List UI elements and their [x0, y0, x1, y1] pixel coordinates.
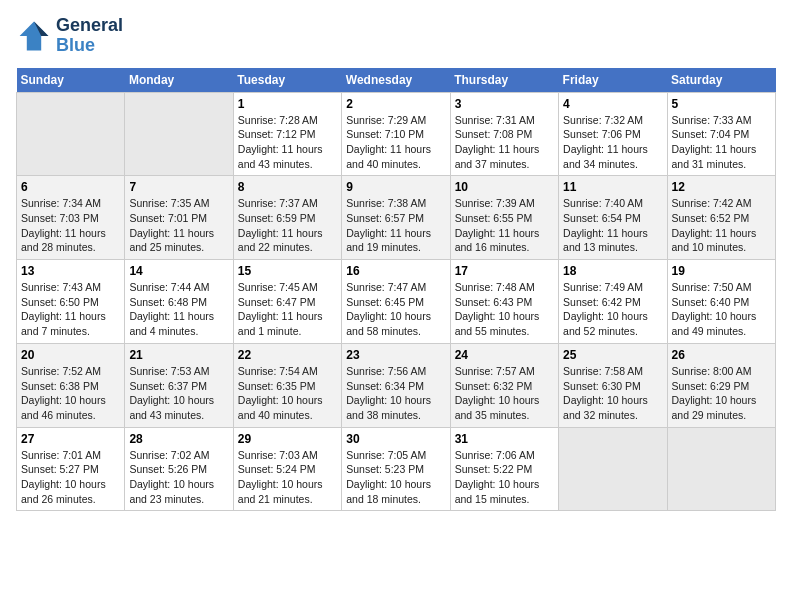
day-number: 2: [346, 97, 445, 111]
day-number: 29: [238, 432, 337, 446]
day-info: Sunrise: 7:54 AMSunset: 6:35 PMDaylight:…: [238, 364, 337, 423]
day-info: Sunrise: 7:43 AMSunset: 6:50 PMDaylight:…: [21, 280, 120, 339]
calendar-header: SundayMondayTuesdayWednesdayThursdayFrid…: [17, 68, 776, 93]
day-number: 11: [563, 180, 662, 194]
day-info: Sunrise: 7:50 AMSunset: 6:40 PMDaylight:…: [672, 280, 771, 339]
header-day-friday: Friday: [559, 68, 667, 93]
day-number: 13: [21, 264, 120, 278]
day-number: 15: [238, 264, 337, 278]
calendar-cell: [667, 427, 775, 511]
calendar-cell: 27Sunrise: 7:01 AMSunset: 5:27 PMDayligh…: [17, 427, 125, 511]
day-number: 10: [455, 180, 554, 194]
day-number: 6: [21, 180, 120, 194]
calendar-cell: 31Sunrise: 7:06 AMSunset: 5:22 PMDayligh…: [450, 427, 558, 511]
day-info: Sunrise: 7:42 AMSunset: 6:52 PMDaylight:…: [672, 196, 771, 255]
day-info: Sunrise: 7:44 AMSunset: 6:48 PMDaylight:…: [129, 280, 228, 339]
day-number: 20: [21, 348, 120, 362]
header-day-wednesday: Wednesday: [342, 68, 450, 93]
week-row-4: 27Sunrise: 7:01 AMSunset: 5:27 PMDayligh…: [17, 427, 776, 511]
calendar-cell: 15Sunrise: 7:45 AMSunset: 6:47 PMDayligh…: [233, 260, 341, 344]
calendar-cell: 7Sunrise: 7:35 AMSunset: 7:01 PMDaylight…: [125, 176, 233, 260]
calendar-cell: [559, 427, 667, 511]
calendar-cell: 24Sunrise: 7:57 AMSunset: 6:32 PMDayligh…: [450, 343, 558, 427]
calendar-cell: [125, 92, 233, 176]
day-info: Sunrise: 7:34 AMSunset: 7:03 PMDaylight:…: [21, 196, 120, 255]
day-number: 18: [563, 264, 662, 278]
calendar-cell: 8Sunrise: 7:37 AMSunset: 6:59 PMDaylight…: [233, 176, 341, 260]
day-info: Sunrise: 7:38 AMSunset: 6:57 PMDaylight:…: [346, 196, 445, 255]
day-info: Sunrise: 7:58 AMSunset: 6:30 PMDaylight:…: [563, 364, 662, 423]
header-day-thursday: Thursday: [450, 68, 558, 93]
header-day-tuesday: Tuesday: [233, 68, 341, 93]
day-info: Sunrise: 7:57 AMSunset: 6:32 PMDaylight:…: [455, 364, 554, 423]
calendar-body: 1Sunrise: 7:28 AMSunset: 7:12 PMDaylight…: [17, 92, 776, 511]
day-info: Sunrise: 7:02 AMSunset: 5:26 PMDaylight:…: [129, 448, 228, 507]
week-row-1: 6Sunrise: 7:34 AMSunset: 7:03 PMDaylight…: [17, 176, 776, 260]
day-number: 22: [238, 348, 337, 362]
week-row-3: 20Sunrise: 7:52 AMSunset: 6:38 PMDayligh…: [17, 343, 776, 427]
calendar-cell: 2Sunrise: 7:29 AMSunset: 7:10 PMDaylight…: [342, 92, 450, 176]
day-info: Sunrise: 7:03 AMSunset: 5:24 PMDaylight:…: [238, 448, 337, 507]
page-header: General Blue: [16, 16, 776, 56]
calendar-table: SundayMondayTuesdayWednesdayThursdayFrid…: [16, 68, 776, 512]
calendar-cell: 4Sunrise: 7:32 AMSunset: 7:06 PMDaylight…: [559, 92, 667, 176]
calendar-cell: 5Sunrise: 7:33 AMSunset: 7:04 PMDaylight…: [667, 92, 775, 176]
day-info: Sunrise: 7:33 AMSunset: 7:04 PMDaylight:…: [672, 113, 771, 172]
day-number: 19: [672, 264, 771, 278]
day-info: Sunrise: 7:37 AMSunset: 6:59 PMDaylight:…: [238, 196, 337, 255]
day-info: Sunrise: 7:52 AMSunset: 6:38 PMDaylight:…: [21, 364, 120, 423]
calendar-cell: 26Sunrise: 8:00 AMSunset: 6:29 PMDayligh…: [667, 343, 775, 427]
calendar-cell: 3Sunrise: 7:31 AMSunset: 7:08 PMDaylight…: [450, 92, 558, 176]
day-info: Sunrise: 7:47 AMSunset: 6:45 PMDaylight:…: [346, 280, 445, 339]
calendar-cell: 22Sunrise: 7:54 AMSunset: 6:35 PMDayligh…: [233, 343, 341, 427]
calendar-cell: 12Sunrise: 7:42 AMSunset: 6:52 PMDayligh…: [667, 176, 775, 260]
calendar-cell: 6Sunrise: 7:34 AMSunset: 7:03 PMDaylight…: [17, 176, 125, 260]
week-row-0: 1Sunrise: 7:28 AMSunset: 7:12 PMDaylight…: [17, 92, 776, 176]
day-number: 4: [563, 97, 662, 111]
day-info: Sunrise: 7:48 AMSunset: 6:43 PMDaylight:…: [455, 280, 554, 339]
calendar-cell: 20Sunrise: 7:52 AMSunset: 6:38 PMDayligh…: [17, 343, 125, 427]
day-info: Sunrise: 7:06 AMSunset: 5:22 PMDaylight:…: [455, 448, 554, 507]
day-number: 9: [346, 180, 445, 194]
calendar-cell: 21Sunrise: 7:53 AMSunset: 6:37 PMDayligh…: [125, 343, 233, 427]
day-info: Sunrise: 7:56 AMSunset: 6:34 PMDaylight:…: [346, 364, 445, 423]
day-number: 14: [129, 264, 228, 278]
day-number: 27: [21, 432, 120, 446]
calendar-cell: 13Sunrise: 7:43 AMSunset: 6:50 PMDayligh…: [17, 260, 125, 344]
day-info: Sunrise: 7:28 AMSunset: 7:12 PMDaylight:…: [238, 113, 337, 172]
day-info: Sunrise: 7:05 AMSunset: 5:23 PMDaylight:…: [346, 448, 445, 507]
calendar-cell: 19Sunrise: 7:50 AMSunset: 6:40 PMDayligh…: [667, 260, 775, 344]
day-number: 23: [346, 348, 445, 362]
calendar-cell: 9Sunrise: 7:38 AMSunset: 6:57 PMDaylight…: [342, 176, 450, 260]
calendar-cell: 25Sunrise: 7:58 AMSunset: 6:30 PMDayligh…: [559, 343, 667, 427]
header-day-saturday: Saturday: [667, 68, 775, 93]
day-info: Sunrise: 7:39 AMSunset: 6:55 PMDaylight:…: [455, 196, 554, 255]
day-info: Sunrise: 7:31 AMSunset: 7:08 PMDaylight:…: [455, 113, 554, 172]
logo-text: General Blue: [56, 16, 123, 56]
day-number: 31: [455, 432, 554, 446]
day-info: Sunrise: 7:49 AMSunset: 6:42 PMDaylight:…: [563, 280, 662, 339]
calendar-cell: 30Sunrise: 7:05 AMSunset: 5:23 PMDayligh…: [342, 427, 450, 511]
day-info: Sunrise: 7:32 AMSunset: 7:06 PMDaylight:…: [563, 113, 662, 172]
day-number: 21: [129, 348, 228, 362]
day-info: Sunrise: 7:35 AMSunset: 7:01 PMDaylight:…: [129, 196, 228, 255]
calendar-cell: 17Sunrise: 7:48 AMSunset: 6:43 PMDayligh…: [450, 260, 558, 344]
day-number: 28: [129, 432, 228, 446]
day-number: 8: [238, 180, 337, 194]
day-info: Sunrise: 7:01 AMSunset: 5:27 PMDaylight:…: [21, 448, 120, 507]
day-number: 3: [455, 97, 554, 111]
day-info: Sunrise: 8:00 AMSunset: 6:29 PMDaylight:…: [672, 364, 771, 423]
calendar-cell: 1Sunrise: 7:28 AMSunset: 7:12 PMDaylight…: [233, 92, 341, 176]
day-info: Sunrise: 7:40 AMSunset: 6:54 PMDaylight:…: [563, 196, 662, 255]
logo: General Blue: [16, 16, 123, 56]
calendar-cell: 23Sunrise: 7:56 AMSunset: 6:34 PMDayligh…: [342, 343, 450, 427]
header-day-monday: Monday: [125, 68, 233, 93]
week-row-2: 13Sunrise: 7:43 AMSunset: 6:50 PMDayligh…: [17, 260, 776, 344]
day-number: 26: [672, 348, 771, 362]
day-info: Sunrise: 7:45 AMSunset: 6:47 PMDaylight:…: [238, 280, 337, 339]
logo-icon: [16, 18, 52, 54]
calendar-cell: 16Sunrise: 7:47 AMSunset: 6:45 PMDayligh…: [342, 260, 450, 344]
calendar-cell: 10Sunrise: 7:39 AMSunset: 6:55 PMDayligh…: [450, 176, 558, 260]
day-number: 12: [672, 180, 771, 194]
day-number: 25: [563, 348, 662, 362]
